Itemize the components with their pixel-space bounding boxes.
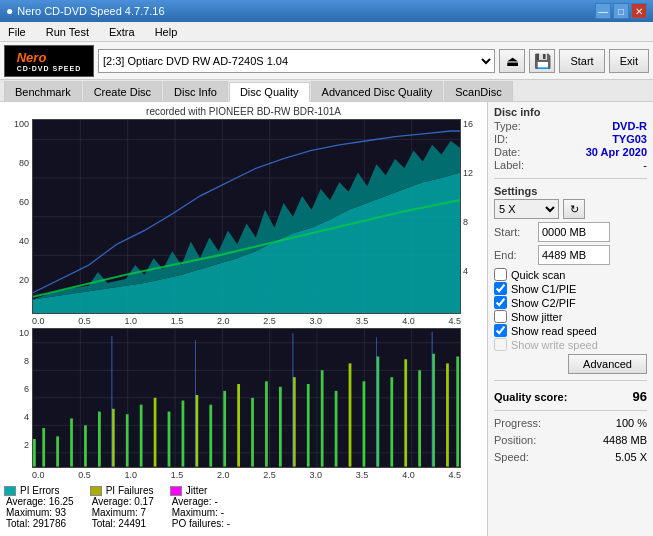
svg-rect-53 xyxy=(349,364,352,467)
top-chart xyxy=(32,119,461,314)
advanced-button[interactable]: Advanced xyxy=(568,354,647,374)
quality-score-row: Quality score: 96 xyxy=(494,389,647,404)
pi-failures-avg: Average: 0.17 xyxy=(90,496,154,507)
disc-date-row: Date: 30 Apr 2020 xyxy=(494,146,647,158)
show-c2-pif-checkbox[interactable] xyxy=(494,296,507,309)
minimize-button[interactable]: — xyxy=(595,3,611,19)
show-read-speed-checkbox[interactable] xyxy=(494,324,507,337)
drive-selector[interactable]: [2:3] Optiarc DVD RW AD-7240S 1.04 xyxy=(98,49,495,73)
quick-scan-checkbox[interactable] xyxy=(494,268,507,281)
nero-logo: Nero CD·DVD SPEED xyxy=(4,45,94,77)
svg-rect-58 xyxy=(418,371,421,467)
show-c1-pie-label: Show C1/PIE xyxy=(511,283,576,295)
progress-label: Progress: xyxy=(494,417,541,429)
svg-rect-60 xyxy=(446,364,449,467)
tab-scan-disc[interactable]: ScanDisc xyxy=(444,81,512,101)
show-c1-pie-checkbox[interactable] xyxy=(494,282,507,295)
date-value: 30 Apr 2020 xyxy=(586,146,647,158)
end-setting-row: End: xyxy=(494,245,647,265)
svg-rect-43 xyxy=(209,405,212,467)
legend-pi-errors: PI Errors Average: 16.25 Maximum: 93 Tot… xyxy=(4,485,74,529)
quality-score-label: Quality score: xyxy=(494,391,567,403)
settings-title: Settings xyxy=(494,185,647,197)
svg-rect-39 xyxy=(154,398,157,467)
svg-rect-33 xyxy=(70,419,73,467)
top-chart-y-axis-left: 100 80 60 40 20 xyxy=(4,119,32,314)
bottom-chart xyxy=(32,328,461,468)
eject-button[interactable]: ⏏ xyxy=(499,49,525,73)
progress-value: 100 % xyxy=(616,417,647,429)
xb-1.0: 1.0 xyxy=(125,470,138,480)
end-label: End: xyxy=(494,249,534,261)
show-jitter-checkbox[interactable] xyxy=(494,310,507,323)
x-0.5: 0.5 xyxy=(78,316,91,326)
settings-refresh-button[interactable]: ↻ xyxy=(563,199,585,219)
pi-failures-total: Total: 24491 xyxy=(90,518,154,529)
save-button[interactable]: 💾 xyxy=(529,49,555,73)
tab-create-disc[interactable]: Create Disc xyxy=(83,81,162,101)
quick-scan-row: Quick scan xyxy=(494,268,647,281)
svg-rect-54 xyxy=(363,382,366,467)
end-input[interactable] xyxy=(538,245,610,265)
start-input[interactable] xyxy=(538,222,610,242)
bottom-chart-y-axis: 10 8 6 4 2 xyxy=(4,328,32,468)
menubar: File Run Test Extra Help xyxy=(0,22,653,42)
pi-errors-label: PI Errors xyxy=(20,485,59,496)
speed-setting-row: 5 X ↻ xyxy=(494,199,647,219)
y-b-4: 4 xyxy=(24,412,29,422)
y-b-2: 2 xyxy=(24,440,29,450)
position-row: Position: 4488 MB xyxy=(494,434,647,446)
menu-run-test[interactable]: Run Test xyxy=(42,24,93,40)
pi-errors-total: Total: 291786 xyxy=(4,518,74,529)
maximize-button[interactable]: □ xyxy=(613,3,629,19)
toolbar: Nero CD·DVD SPEED [2:3] Optiarc DVD RW A… xyxy=(0,42,653,80)
y-b-6: 6 xyxy=(24,384,29,394)
titlebar-controls[interactable]: — □ ✕ xyxy=(595,3,647,19)
show-write-speed-label: Show write speed xyxy=(511,339,598,351)
pi-failures-label: PI Failures xyxy=(106,485,154,496)
start-button[interactable]: Start xyxy=(559,49,604,73)
y-label-20: 20 xyxy=(19,275,29,285)
date-label: Date: xyxy=(494,146,520,158)
disc-type-row: Type: DVD-R xyxy=(494,120,647,132)
jitter-max: Maximum: - xyxy=(170,507,230,518)
disc-info-section: Disc info Type: DVD-R ID: TYG03 Date: 30… xyxy=(494,106,647,172)
menu-file[interactable]: File xyxy=(4,24,30,40)
xb-3.5: 3.5 xyxy=(356,470,369,480)
divider-2 xyxy=(494,380,647,381)
tab-benchmark[interactable]: Benchmark xyxy=(4,81,82,101)
exit-button[interactable]: Exit xyxy=(609,49,649,73)
divider-1 xyxy=(494,178,647,179)
tab-disc-quality[interactable]: Disc Quality xyxy=(229,82,310,102)
y-label-100: 100 xyxy=(14,119,29,129)
show-write-speed-row: Show write speed xyxy=(494,338,647,351)
divider-3 xyxy=(494,410,647,411)
menu-extra[interactable]: Extra xyxy=(105,24,139,40)
jitter-avg: Average: - xyxy=(170,496,230,507)
speed-value: 5.05 X xyxy=(615,451,647,463)
top-chart-y-axis-right: 16 12 8 4 xyxy=(461,119,483,314)
svg-rect-44 xyxy=(223,391,226,467)
show-c2-pif-row: Show C2/PIF xyxy=(494,296,647,309)
speed-label: Speed: xyxy=(494,451,529,463)
start-setting-row: Start: xyxy=(494,222,647,242)
xb-1.5: 1.5 xyxy=(171,470,184,480)
x-1.5: 1.5 xyxy=(171,316,184,326)
right-panel: Disc info Type: DVD-R ID: TYG03 Date: 30… xyxy=(488,102,653,536)
y-right-8: 8 xyxy=(463,217,468,227)
tab-advanced-disc-quality[interactable]: Advanced Disc Quality xyxy=(311,81,444,101)
label-label: Label: xyxy=(494,159,524,171)
close-button[interactable]: ✕ xyxy=(631,3,647,19)
speed-selector[interactable]: 5 X xyxy=(494,199,559,219)
quick-scan-label: Quick scan xyxy=(511,269,565,281)
y-label-60: 60 xyxy=(19,197,29,207)
bottom-x-axis: 0.0 0.5 1.0 1.5 2.0 2.5 3.0 3.5 4.0 4.5 xyxy=(4,470,483,480)
svg-rect-50 xyxy=(307,384,310,467)
menu-help[interactable]: Help xyxy=(151,24,182,40)
progress-row: Progress: 100 % xyxy=(494,417,647,429)
start-label: Start: xyxy=(494,226,534,238)
disc-info-title: Disc info xyxy=(494,106,647,118)
tab-disc-info[interactable]: Disc Info xyxy=(163,81,228,101)
show-read-speed-label: Show read speed xyxy=(511,325,597,337)
svg-rect-41 xyxy=(182,401,185,467)
